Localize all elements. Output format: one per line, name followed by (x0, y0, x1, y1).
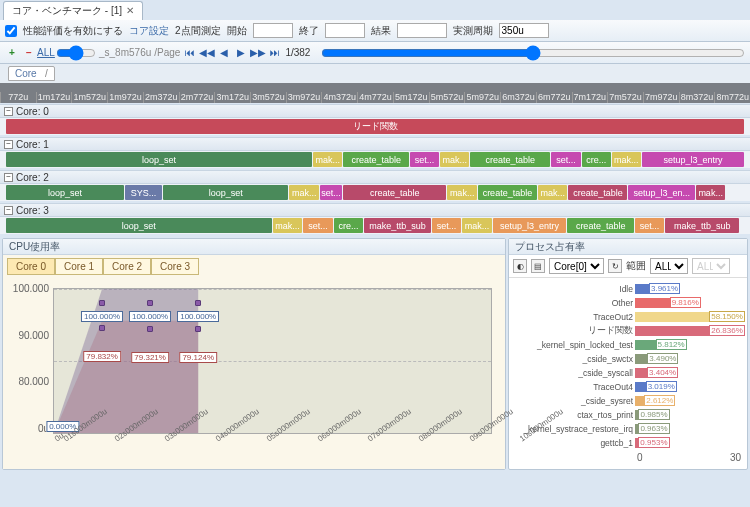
proc-row[interactable]: _cside_sysret 2.612% (515, 394, 741, 408)
proc-row[interactable]: リード関数 26.836% (515, 324, 741, 338)
timeline-segment[interactable]: set... (551, 152, 580, 167)
timeline-segment[interactable]: mak... (313, 152, 342, 167)
bar-icon[interactable]: ▤ (531, 259, 545, 273)
range-select2: ALL (692, 258, 730, 274)
core-header[interactable]: −Core: 0 (0, 104, 750, 118)
plus-icon[interactable]: + (5, 46, 19, 60)
data-point[interactable] (147, 326, 153, 332)
timeline-segment[interactable]: mak... (538, 185, 568, 200)
timeline-segment[interactable]: setup_l3_entry (642, 152, 744, 167)
timeline-segment[interactable]: mak... (273, 218, 303, 233)
start-label: 開始 (227, 24, 247, 38)
range-select[interactable]: ALL (650, 258, 688, 274)
timeline-tick: 4m772u (357, 92, 393, 103)
core-row[interactable]: loop_setmak...set...cre...make_ttb_subse… (0, 217, 750, 234)
timeline-segment[interactable]: cre... (334, 218, 364, 233)
timeline-segment[interactable]: mak... (440, 152, 469, 167)
core-select[interactable]: Core[0] (549, 258, 604, 274)
timeline-segment[interactable]: mak... (289, 185, 319, 200)
proc-row[interactable]: TraceOut2 58.150% (515, 310, 741, 324)
core-header[interactable]: −Core: 3 (0, 203, 750, 217)
proc-row[interactable]: _cside_swctx 3.490% (515, 352, 741, 366)
timeline-segment[interactable]: mak... (612, 152, 641, 167)
end-input[interactable] (325, 23, 365, 38)
timeline-segment[interactable]: make_ttb_sub (665, 218, 739, 233)
cpu-chart[interactable]: 100.00090.00080.0000u 0.000%100.000%100.… (11, 283, 497, 464)
timeline-tab[interactable]: Core / (8, 66, 55, 81)
core-header[interactable]: −Core: 1 (0, 137, 750, 151)
core-header[interactable]: −Core: 2 (0, 170, 750, 184)
timeline-segment[interactable]: cre... (582, 152, 611, 167)
timeline-segment[interactable]: create_table (343, 152, 409, 167)
timeline-segment[interactable]: mak... (696, 185, 726, 200)
refresh-icon[interactable]: ↻ (608, 259, 622, 273)
timeline-tick: 5m972u (464, 92, 500, 103)
core-row[interactable]: loop_setmak...create_tableset...mak...cr… (0, 151, 750, 168)
start-input[interactable] (253, 23, 293, 38)
enable-checkbox[interactable] (5, 25, 17, 37)
data-point[interactable] (195, 300, 201, 306)
core-tab-1[interactable]: Core 1 (55, 258, 103, 275)
data-point[interactable] (195, 326, 201, 332)
timeline-segment[interactable]: setup_l3_en... (628, 185, 694, 200)
timeline-segment[interactable]: loop_set (6, 218, 272, 233)
timeline-segment[interactable]: loop_set (163, 185, 288, 200)
timeline-segment[interactable]: create_table (470, 152, 550, 167)
timeline-ruler[interactable]: 772u1m172u1m572u1m972u2m372u2m772u3m172u… (0, 83, 750, 103)
timeline-segment[interactable]: setup_l3_entry (493, 218, 567, 233)
timeline-segment[interactable]: set... (303, 218, 333, 233)
last-icon[interactable]: ⏭ (268, 46, 282, 60)
timeline-segment[interactable]: set... (320, 185, 342, 200)
timeline-segment[interactable]: create_table (567, 218, 633, 233)
core-row[interactable]: loop_setSYS...loop_setmak...set...create… (0, 184, 750, 201)
proc-value: 5.812% (656, 339, 687, 350)
close-icon[interactable]: ✕ (126, 5, 134, 16)
timeline-segment[interactable]: make_ttb_sub (364, 218, 430, 233)
prev-icon[interactable]: ◀ (217, 46, 231, 60)
data-point[interactable] (99, 325, 105, 331)
core-tab-0[interactable]: Core 0 (7, 258, 55, 275)
main-tab[interactable]: コア・ベンチマーク - [1] ✕ (3, 1, 143, 20)
page-slider[interactable] (321, 45, 745, 61)
timeline-segment[interactable]: loop_set (6, 185, 124, 200)
next-icon[interactable]: ▶▶ (251, 46, 265, 60)
core-settings-link[interactable]: コア設定 (129, 24, 169, 38)
timeline-segment[interactable]: loop_set (6, 152, 312, 167)
prev-fast-icon[interactable]: ◀◀ (200, 46, 214, 60)
collapse-icon[interactable]: − (4, 206, 13, 215)
timeline-segment[interactable]: create_table (568, 185, 627, 200)
play-icon[interactable]: ▶ (234, 46, 248, 60)
timeline-segment[interactable]: mak... (447, 185, 477, 200)
timeline-segment[interactable]: リード関数 (6, 119, 744, 134)
collapse-icon[interactable]: − (4, 173, 13, 182)
timeline-tick: 5m172u (393, 92, 429, 103)
timeline-segment[interactable]: create_table (343, 185, 446, 200)
proc-row[interactable]: _kernel_spin_locked_test 5.812% (515, 338, 741, 352)
data-point[interactable] (99, 300, 105, 306)
collapse-icon[interactable]: − (4, 107, 13, 116)
timeline-segment[interactable]: set... (635, 218, 665, 233)
collapse-icon[interactable]: − (4, 140, 13, 149)
pie-icon[interactable]: ◐ (513, 259, 527, 273)
all-button[interactable]: ALL (39, 46, 53, 60)
timeline-tick: 2m772u (179, 92, 215, 103)
proc-row[interactable]: _cside_syscall 3.404% (515, 366, 741, 380)
proc-row[interactable]: TraceOut4 3.019% (515, 380, 741, 394)
cycle-input[interactable] (499, 23, 549, 38)
timeline-segment[interactable]: create_table (478, 185, 537, 200)
core-tab-2[interactable]: Core 2 (103, 258, 151, 275)
proc-row[interactable]: Idle 3.961% (515, 282, 741, 296)
timeline-segment[interactable]: mak... (462, 218, 492, 233)
timeline-segment[interactable]: set... (432, 218, 462, 233)
core-tab-3[interactable]: Core 3 (151, 258, 199, 275)
proc-row[interactable]: Other 9.816% (515, 296, 741, 310)
page-pos: 1/382 (285, 47, 310, 58)
core-row[interactable]: リード関数 (0, 118, 750, 135)
zoom-slider[interactable] (56, 45, 96, 61)
timeline-segment[interactable]: SYS... (125, 185, 162, 200)
data-point[interactable] (147, 300, 153, 306)
timeline-segment[interactable]: set... (410, 152, 439, 167)
result-input[interactable] (397, 23, 447, 38)
minus-icon[interactable]: − (22, 46, 36, 60)
first-icon[interactable]: ⏮ (183, 46, 197, 60)
